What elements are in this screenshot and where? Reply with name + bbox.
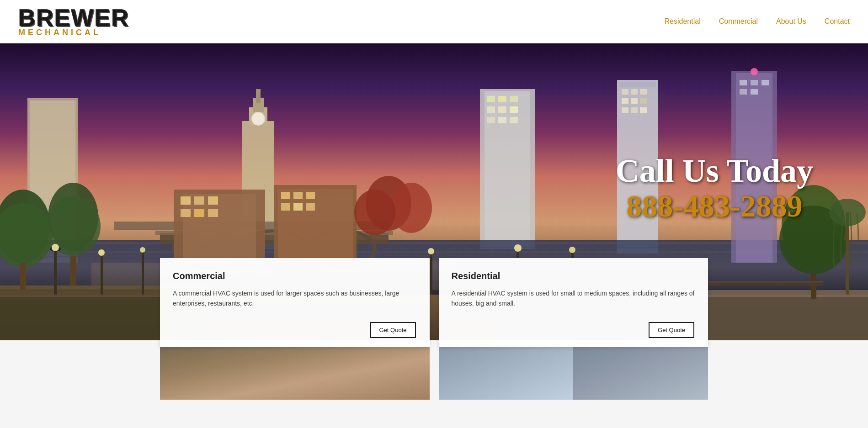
svg-rect-15 bbox=[498, 96, 506, 102]
svg-rect-94 bbox=[293, 192, 303, 199]
svg-rect-78 bbox=[751, 80, 758, 85]
svg-rect-7 bbox=[631, 98, 638, 104]
svg-rect-28 bbox=[256, 89, 261, 103]
hero-text-block: Call Us Today 888-483-2889 bbox=[616, 153, 813, 223]
svg-rect-19 bbox=[510, 106, 518, 113]
svg-rect-17 bbox=[487, 106, 495, 113]
svg-point-82 bbox=[751, 68, 758, 75]
svg-rect-4 bbox=[631, 89, 638, 95]
svg-rect-80 bbox=[740, 89, 747, 95]
logo[interactable]: BREWER MECHANICAL bbox=[18, 6, 129, 37]
svg-rect-11 bbox=[640, 107, 647, 113]
svg-rect-79 bbox=[761, 80, 769, 85]
svg-point-59 bbox=[98, 249, 105, 256]
nav-commercial[interactable]: Commercial bbox=[719, 17, 758, 26]
site-header: BREWER MECHANICAL Residential Commercial… bbox=[0, 0, 868, 43]
svg-rect-77 bbox=[740, 80, 747, 85]
svg-point-72 bbox=[428, 248, 434, 254]
svg-rect-6 bbox=[622, 98, 628, 104]
hero-call-text: Call Us Today bbox=[616, 153, 813, 189]
svg-rect-96 bbox=[281, 203, 290, 211]
commercial-card-title: Commercial bbox=[173, 271, 417, 281]
residential-card-title: Residential bbox=[452, 271, 696, 281]
svg-rect-21 bbox=[498, 117, 506, 123]
main-nav: Residential Commercial About Us Contact bbox=[665, 17, 850, 26]
hero-phone-number: 888-483-2889 bbox=[616, 189, 813, 223]
svg-point-30 bbox=[252, 113, 264, 125]
service-cards: Commercial A commercial HVAC system is u… bbox=[0, 258, 868, 347]
svg-rect-93 bbox=[281, 192, 290, 199]
svg-rect-89 bbox=[194, 209, 204, 217]
svg-rect-14 bbox=[487, 96, 495, 102]
svg-point-101 bbox=[354, 190, 395, 235]
svg-rect-18 bbox=[498, 106, 506, 113]
commercial-card: Commercial A commercial HVAC system is u… bbox=[160, 258, 430, 347]
commercial-card-image bbox=[160, 347, 430, 400]
svg-rect-85 bbox=[181, 196, 191, 205]
svg-point-68 bbox=[514, 244, 522, 252]
svg-rect-5 bbox=[640, 89, 647, 95]
svg-rect-20 bbox=[487, 117, 495, 123]
residential-card-image-2 bbox=[573, 347, 708, 400]
svg-rect-10 bbox=[631, 107, 638, 113]
residential-card-image-1 bbox=[439, 347, 574, 400]
svg-rect-88 bbox=[181, 209, 191, 217]
svg-rect-97 bbox=[293, 203, 303, 211]
svg-rect-90 bbox=[208, 209, 218, 217]
svg-rect-92 bbox=[278, 189, 353, 265]
nav-contact[interactable]: Contact bbox=[825, 17, 850, 26]
svg-rect-86 bbox=[194, 196, 204, 205]
residential-card-desc: A residential HVAC system is used for sm… bbox=[452, 288, 696, 309]
residential-card: Residential A residential HVAC system is… bbox=[439, 258, 708, 347]
commercial-get-quote-button[interactable]: Get Quote bbox=[370, 322, 416, 338]
svg-point-61 bbox=[140, 247, 145, 253]
svg-rect-16 bbox=[510, 96, 518, 102]
svg-rect-8 bbox=[640, 98, 647, 104]
logo-mechanical: MECHANICAL bbox=[18, 28, 101, 37]
svg-rect-98 bbox=[306, 203, 315, 211]
nav-residential[interactable]: Residential bbox=[665, 17, 701, 26]
logo-brewer: BREWER bbox=[18, 6, 129, 30]
svg-rect-81 bbox=[751, 89, 758, 95]
residential-get-quote-button[interactable]: Get Quote bbox=[649, 322, 694, 338]
card-images-row bbox=[0, 347, 868, 400]
commercial-card-desc: A commercial HVAC system is used for lar… bbox=[173, 288, 417, 309]
svg-rect-87 bbox=[208, 196, 218, 205]
svg-rect-95 bbox=[306, 192, 315, 199]
svg-point-70 bbox=[569, 247, 575, 253]
svg-rect-84 bbox=[183, 194, 256, 265]
nav-about-us[interactable]: About Us bbox=[776, 17, 806, 26]
svg-rect-3 bbox=[622, 89, 628, 95]
svg-rect-2 bbox=[619, 82, 656, 87]
svg-rect-9 bbox=[622, 107, 628, 113]
svg-rect-13 bbox=[485, 91, 530, 249]
svg-rect-22 bbox=[510, 117, 518, 123]
svg-point-100 bbox=[391, 183, 432, 233]
svg-point-57 bbox=[52, 244, 59, 251]
